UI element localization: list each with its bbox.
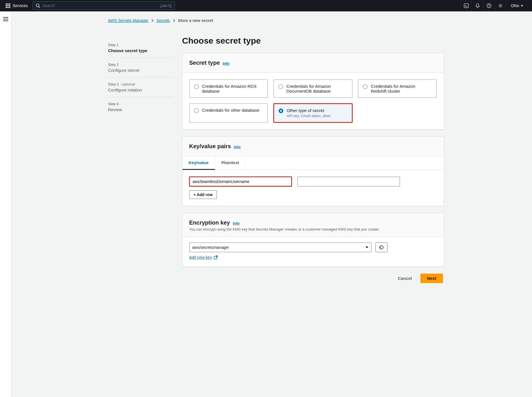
secret-type-heading: Secret type xyxy=(189,60,220,66)
cloudshell-button[interactable] xyxy=(460,0,472,11)
radio-selected-icon xyxy=(279,109,283,113)
secret-type-option-other-secret[interactable]: Other type of secret API key, OAuth toke… xyxy=(274,103,352,123)
svg-point-5 xyxy=(489,7,489,7)
secret-type-option-documentdb[interactable]: Credentials for Amazon DocumentDB databa… xyxy=(274,80,352,98)
kv-heading: Key/value pairs xyxy=(189,143,231,150)
hamburger-icon xyxy=(3,17,8,21)
secret-type-option-rds[interactable]: Credentials for Amazon RDS database xyxy=(189,80,268,98)
secret-type-info-link[interactable]: Info xyxy=(223,61,229,66)
help-icon xyxy=(486,3,492,8)
kv-tabs: Key/value Plaintext xyxy=(182,156,444,170)
wizard-step-4[interactable]: Step 4 Review xyxy=(108,97,174,117)
wizard-steps: Step 1 Choose secret type Step 2 Configu… xyxy=(108,28,174,283)
topnav-right: Ohio xyxy=(460,0,528,11)
settings-button[interactable] xyxy=(494,0,506,11)
svg-point-0 xyxy=(36,4,39,7)
cancel-button[interactable]: Cancel xyxy=(393,274,416,283)
services-label: Services xyxy=(13,3,28,8)
region-label: Ohio xyxy=(511,3,519,8)
search-icon xyxy=(36,3,40,8)
encryption-heading: Encryption key xyxy=(189,219,230,226)
kv-row xyxy=(189,177,437,186)
region-selector[interactable]: Ohio xyxy=(506,0,528,11)
wizard-step-2[interactable]: Step 2 Configure secret xyxy=(108,58,174,78)
encryption-info-link[interactable]: Info xyxy=(233,221,240,225)
breadcrumb-current: Store a new secret xyxy=(178,18,213,23)
encryption-description: You can encrypt using the KMS key that S… xyxy=(189,227,437,231)
kv-info-link[interactable]: Info xyxy=(234,145,241,149)
breadcrumb-link[interactable]: Secrets xyxy=(156,18,170,23)
help-button[interactable] xyxy=(483,0,494,11)
caret-down-icon xyxy=(365,247,368,248)
kv-key-input[interactable] xyxy=(189,177,292,186)
kv-value-input[interactable] xyxy=(297,177,400,186)
external-link-icon xyxy=(214,255,218,259)
key-value-panel: Key/value pairs Info Key/value Plaintext xyxy=(182,137,444,206)
terminal-icon xyxy=(464,3,469,8)
encryption-panel: Encryption key Info You can encrypt usin… xyxy=(182,213,444,267)
search-input[interactable] xyxy=(42,3,161,8)
side-drawer-collapsed xyxy=(0,11,11,397)
wizard-footer: Cancel Next xyxy=(182,274,444,283)
radio-icon xyxy=(194,108,199,113)
encryption-key-select[interactable]: aws/secretsmanager xyxy=(189,243,371,252)
notifications-button[interactable] xyxy=(472,0,483,11)
services-grid-icon xyxy=(6,3,10,8)
secret-type-option-other-db[interactable]: Credentials for other database xyxy=(189,103,268,123)
wizard-step-1[interactable]: Step 1 Choose secret type xyxy=(108,38,174,58)
services-menu[interactable]: Services xyxy=(4,3,30,8)
secret-type-option-redshift[interactable]: Credentials for Amazon Redshift cluster xyxy=(358,80,437,98)
svg-rect-2 xyxy=(464,4,468,8)
tab-key-value[interactable]: Key/value xyxy=(182,156,215,170)
radio-icon xyxy=(363,84,367,89)
wizard-step-3[interactable]: Step 3 - optional Configure rotation xyxy=(108,78,174,97)
secret-type-panel: Secret type Info Credentials for Amazon … xyxy=(182,53,444,130)
gear-icon xyxy=(498,3,503,8)
hamburger-button[interactable] xyxy=(3,17,8,397)
add-new-key-link[interactable]: Add new key xyxy=(189,255,218,260)
svg-line-1 xyxy=(39,7,40,8)
radio-icon xyxy=(278,84,283,89)
global-search[interactable]: [Alt+S] xyxy=(32,1,175,10)
top-navbar: Services [Alt+S] Ohio xyxy=(0,0,532,11)
radio-icon xyxy=(194,84,199,89)
page-title: Choose secret type xyxy=(182,36,444,46)
chevron-right-icon xyxy=(173,19,175,22)
tab-plaintext[interactable]: Plaintext xyxy=(215,156,246,170)
breadcrumbs: AWS Secrets Manager Secrets Store a new … xyxy=(108,18,444,23)
refresh-icon xyxy=(379,245,384,250)
breadcrumb-link[interactable]: AWS Secrets Manager xyxy=(108,18,149,23)
bell-icon xyxy=(475,3,480,8)
refresh-keys-button[interactable] xyxy=(375,243,387,252)
encryption-key-selected-value: aws/secretsmanager xyxy=(192,245,229,250)
chevron-right-icon xyxy=(151,19,153,22)
add-row-button[interactable]: + Add row xyxy=(189,190,217,199)
svg-point-6 xyxy=(500,5,501,7)
next-button[interactable]: Next xyxy=(420,274,443,283)
search-shortcut-hint: [Alt+S] xyxy=(161,4,172,8)
caret-down-icon xyxy=(521,5,523,7)
